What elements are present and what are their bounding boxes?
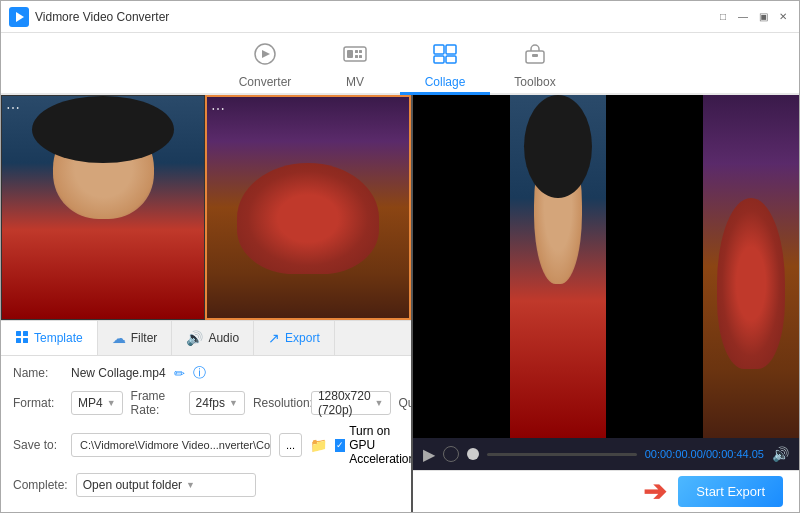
filter-icon: ☁	[112, 330, 126, 346]
complete-value: Open output folder	[83, 478, 182, 492]
complete-select[interactable]: Open output folder ▼	[76, 473, 256, 497]
saveto-label: Save to:	[13, 438, 63, 452]
tab-toolbox-label: Toolbox	[514, 75, 555, 89]
progress-dot	[467, 448, 479, 460]
video-person-preview	[2, 96, 204, 319]
complete-arrow: ▼	[186, 480, 195, 490]
right-slot-3	[606, 95, 703, 438]
settings-area: Name: New Collage.mp4 ✏ ⓘ Format: MP4 ▼ …	[1, 356, 411, 512]
saveto-path: C:\Vidmore\Vidmore Video...nverter\Colla…	[71, 433, 271, 457]
info-icon[interactable]: ⓘ	[193, 364, 206, 382]
svg-rect-15	[532, 54, 538, 57]
resolution-arrow: ▼	[375, 398, 384, 408]
start-export-button[interactable]: Start Export	[678, 476, 783, 507]
collage-icon	[432, 43, 458, 71]
tab-audio[interactable]: 🔊 Audio	[172, 321, 254, 355]
video-slot-1[interactable]: ⋯	[1, 95, 205, 320]
toolbox-icon	[522, 43, 548, 71]
edit-tab-bar: Template ☁ Filter 🔊 Audio ↗ Export	[1, 320, 411, 356]
svg-rect-18	[16, 338, 21, 343]
main-content: ⋯ ⋯ Template ☁ Filter	[1, 95, 799, 512]
app-title: Vidmore Video Converter	[35, 10, 715, 24]
complete-label: Complete:	[13, 478, 68, 492]
arrow-icon: ➔	[643, 475, 666, 508]
svg-rect-11	[446, 45, 456, 54]
loop-button[interactable]	[443, 446, 459, 462]
right-slot-2	[510, 95, 607, 438]
resolution-label: Resolution:	[253, 396, 303, 410]
checkmark: ✓	[336, 440, 344, 450]
tab-toolbox[interactable]: Toolbox	[490, 39, 580, 95]
right-person-preview	[510, 95, 607, 438]
maximize-btn[interactable]: ▣	[755, 9, 771, 25]
folder-icon-button[interactable]: 📁	[310, 437, 327, 453]
gpu-label: Turn on GPU Acceleration	[349, 424, 418, 466]
gpu-checkbox-wrap[interactable]: ✓ Turn on GPU Acceleration	[335, 424, 418, 466]
right-preview-area	[413, 95, 799, 438]
svg-rect-16	[16, 331, 21, 336]
gpu-checkbox[interactable]: ✓	[335, 439, 345, 452]
time-total: 00:00:44.05	[706, 448, 764, 460]
window-controls: □ — ▣ ✕	[715, 9, 791, 25]
framerate-select[interactable]: 24fps ▼	[189, 391, 245, 415]
right-cake-preview	[703, 95, 800, 438]
tab-template-label: Template	[34, 331, 83, 345]
progress-track[interactable]	[487, 453, 637, 456]
name-row: Name: New Collage.mp4 ✏ ⓘ	[13, 364, 399, 382]
svg-rect-5	[347, 50, 353, 58]
time-display: 00:00:00.00/00:00:44.05	[645, 448, 764, 460]
svg-marker-3	[262, 50, 270, 58]
name-label: Name:	[13, 366, 63, 380]
close-btn[interactable]: ✕	[775, 9, 791, 25]
volume-icon[interactable]: 🔊	[772, 446, 789, 462]
video-cake-preview	[207, 97, 409, 318]
bottom-bar: ➔ Start Export	[413, 470, 799, 512]
svg-rect-17	[23, 331, 28, 336]
svg-rect-12	[434, 56, 444, 63]
tab-filter[interactable]: ☁ Filter	[98, 321, 173, 355]
app-window: Vidmore Video Converter □ — ▣ ✕ Converte…	[0, 0, 800, 513]
mv-icon	[342, 43, 368, 71]
export-icon: ↗	[268, 330, 280, 346]
svg-rect-6	[355, 50, 358, 53]
right-panel: ▶ 00:00:00.00/00:00:44.05 🔊 ➔ Start Expo…	[413, 95, 799, 512]
slot1-resize-icon: ⋯	[6, 100, 20, 116]
svg-rect-10	[434, 45, 444, 54]
resolution-value: 1280x720 (720p)	[318, 389, 371, 417]
msg-btn[interactable]: □	[715, 9, 731, 25]
tab-filter-label: Filter	[131, 331, 158, 345]
svg-rect-9	[359, 55, 362, 58]
nav-bar: Converter MV	[1, 33, 799, 95]
title-bar: Vidmore Video Converter □ — ▣ ✕	[1, 1, 799, 33]
svg-rect-7	[359, 50, 362, 53]
svg-rect-13	[446, 56, 456, 63]
minimize-btn[interactable]: —	[735, 9, 751, 25]
name-value: New Collage.mp4	[71, 366, 166, 380]
format-row: Format: MP4 ▼ Frame Rate: 24fps ▼ Resolu…	[13, 389, 399, 417]
right-slot-1	[413, 95, 510, 438]
format-value: MP4	[78, 396, 103, 410]
svg-rect-19	[23, 338, 28, 343]
tab-export[interactable]: ↗ Export	[254, 321, 335, 355]
slot2-resize-icon: ⋯	[211, 101, 225, 117]
video-preview-area: ⋯ ⋯	[1, 95, 411, 320]
app-logo	[9, 7, 29, 27]
left-panel: ⋯ ⋯ Template ☁ Filter	[1, 95, 411, 512]
playback-bar: ▶ 00:00:00.00/00:00:44.05 🔊	[413, 438, 799, 470]
video-slot-2[interactable]: ⋯	[205, 95, 411, 320]
browse-button[interactable]: ...	[279, 433, 302, 457]
right-slot-4	[703, 95, 800, 438]
format-label: Format:	[13, 396, 63, 410]
tab-mv[interactable]: MV	[310, 39, 400, 95]
resolution-select[interactable]: 1280x720 (720p) ▼	[311, 391, 391, 415]
tab-collage[interactable]: Collage	[400, 39, 490, 95]
play-button[interactable]: ▶	[423, 445, 435, 464]
audio-icon: 🔊	[186, 330, 203, 346]
tab-converter[interactable]: Converter	[220, 39, 310, 95]
tab-template[interactable]: Template	[1, 321, 98, 355]
format-select[interactable]: MP4 ▼	[71, 391, 123, 415]
edit-name-icon[interactable]: ✏	[174, 366, 185, 381]
framerate-value: 24fps	[196, 396, 225, 410]
tab-converter-label: Converter	[239, 75, 292, 89]
saveto-row: Save to: C:\Vidmore\Vidmore Video...nver…	[13, 424, 399, 466]
